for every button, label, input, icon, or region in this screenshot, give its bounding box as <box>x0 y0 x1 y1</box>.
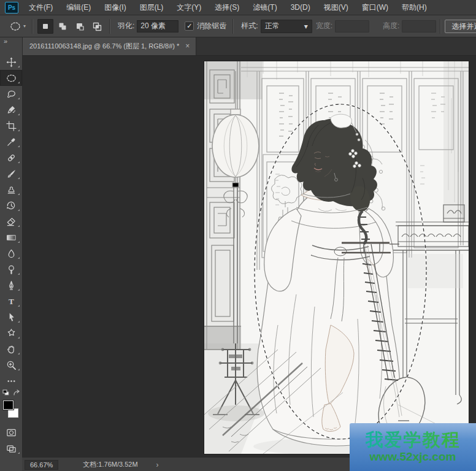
tool-path-selection[interactable] <box>0 309 22 325</box>
move-icon <box>6 57 17 67</box>
canvas-image <box>204 61 469 454</box>
antialias-label: 消除锯齿 <box>197 21 226 31</box>
spot-healing-brush-icon <box>6 153 17 163</box>
new-selection-icon <box>40 21 50 31</box>
intersect-selection-button[interactable] <box>89 19 105 34</box>
width-label: 宽度: <box>316 21 332 31</box>
zoom-magnifier-icon <box>6 360 17 370</box>
tool-eyedropper[interactable] <box>0 134 22 150</box>
tool-gradient[interactable] <box>0 229 22 245</box>
tool-spot-healing-brush[interactable] <box>0 150 22 166</box>
tool-elliptical-marquee[interactable] <box>0 70 22 86</box>
status-chevron-icon[interactable]: › <box>156 461 159 469</box>
eyedropper-icon <box>6 137 17 147</box>
divider <box>232 19 234 34</box>
chevron-down-icon: ▾ <box>23 23 26 29</box>
quick-mask-icon <box>6 427 17 438</box>
document-tab-title: 20161110063148.jpg @ 66.7% (图层 1, RGB/8#… <box>29 42 179 51</box>
tool-history-brush[interactable] <box>0 197 22 213</box>
tool-dodge[interactable] <box>0 261 22 277</box>
menu-image[interactable]: 图像(I) <box>98 0 132 15</box>
ellipsis-icon <box>6 376 17 386</box>
document-size-info: 文档:1.76M/3.52M <box>83 460 137 469</box>
crop-icon <box>6 121 17 131</box>
tool-zoom[interactable] <box>0 357 22 373</box>
svg-text:T: T <box>9 297 14 306</box>
new-selection-button[interactable] <box>37 19 53 34</box>
document-canvas[interactable] <box>204 61 469 454</box>
menu-select[interactable]: 选择(S) <box>208 0 246 15</box>
history-brush-icon <box>6 201 17 211</box>
tool-eraser[interactable] <box>0 213 22 229</box>
dodge-icon <box>6 264 17 275</box>
brush-icon <box>6 169 17 179</box>
menu-window[interactable]: 窗口(W) <box>355 0 395 15</box>
quick-selection-icon <box>6 105 17 115</box>
pen-icon <box>6 280 17 291</box>
feather-input[interactable] <box>137 20 178 33</box>
toolbar-collapse-icon[interactable]: » <box>0 37 22 47</box>
menu-type[interactable]: 文字(Y) <box>170 0 208 15</box>
tool-preset-picker[interactable]: ▾ <box>7 19 28 34</box>
swap-colors-icon[interactable] <box>14 390 19 395</box>
clone-stamp-icon <box>6 185 17 195</box>
divider <box>109 19 110 34</box>
menu-file[interactable]: 文件(F) <box>22 0 60 15</box>
subtract-from-selection-icon <box>75 21 85 31</box>
tool-hand[interactable] <box>0 341 22 357</box>
style-dropdown[interactable]: 正常 ▾ <box>261 20 312 33</box>
watermark-overlay: 我爱学教程 www.52xjc.com <box>350 423 476 471</box>
add-to-selection-button[interactable] <box>55 19 71 34</box>
document-tab[interactable]: 20161110063148.jpg @ 66.7% (图层 1, RGB/8#… <box>22 37 196 55</box>
gradient-icon <box>6 232 17 243</box>
zoom-level-field[interactable]: 66.67% <box>25 460 58 470</box>
menu-3d[interactable]: 3D(D) <box>284 0 317 15</box>
tool-custom-shape[interactable] <box>0 325 22 341</box>
elliptical-marquee-icon <box>6 73 17 83</box>
tab-close-icon[interactable]: × <box>185 42 190 50</box>
antialias-checkbox[interactable] <box>185 21 194 31</box>
divider <box>440 19 441 34</box>
height-label: 高度: <box>383 21 399 31</box>
intersect-selection-icon <box>92 21 102 31</box>
color-swatches <box>0 399 22 424</box>
tool-type[interactable]: T <box>0 293 22 309</box>
eraser-icon <box>6 216 17 227</box>
subtract-from-selection-button[interactable] <box>72 19 88 34</box>
edit-toolbar-ellipsis[interactable] <box>0 373 22 389</box>
photoshop-logo: Ps <box>5 2 18 13</box>
menu-view[interactable]: 视图(V) <box>317 0 355 15</box>
style-label: 样式: <box>241 21 258 31</box>
tool-clone-stamp[interactable] <box>0 182 22 197</box>
tool-brush[interactable] <box>0 166 22 182</box>
width-input[interactable] <box>335 20 369 33</box>
chevron-down-icon: ▾ <box>304 22 308 31</box>
type-icon: T <box>6 296 17 307</box>
custom-shape-icon <box>6 328 17 339</box>
select-and-mask-button[interactable]: 选择并遮住… <box>445 20 476 33</box>
tool-lasso[interactable] <box>0 86 22 102</box>
tool-move[interactable] <box>0 54 22 70</box>
menu-help[interactable]: 帮助(H) <box>395 0 434 15</box>
tool-pen[interactable] <box>0 277 22 293</box>
tool-blur[interactable] <box>0 245 22 261</box>
menu-layer[interactable]: 图层(L) <box>133 0 171 15</box>
screen-mode-button[interactable] <box>0 440 22 456</box>
tool-quick-selection[interactable] <box>0 102 22 118</box>
default-colors-icon[interactable] <box>3 390 9 395</box>
menu-edit[interactable]: 编辑(E) <box>60 0 98 15</box>
divider <box>32 19 33 34</box>
screen-mode-icon <box>6 443 17 454</box>
menu-bar: Ps 文件(F) 编辑(E) 图像(I) 图层(L) 文字(Y) 选择(S) 滤… <box>0 0 476 15</box>
quick-mask-button[interactable] <box>0 424 22 440</box>
menu-filter[interactable]: 滤镜(T) <box>246 0 283 15</box>
elliptical-marquee-icon <box>10 21 21 32</box>
options-bar: ▾ 羽化: 消除锯齿 样式: 正常 ▾ 宽度: 高度: <box>0 15 476 37</box>
background-color-swatch[interactable] <box>8 408 18 418</box>
tool-crop[interactable] <box>0 118 22 134</box>
blur-drop-icon <box>6 248 17 259</box>
path-selection-arrow-icon <box>6 312 17 323</box>
foreground-color-swatch[interactable] <box>3 400 13 410</box>
tool-panel: » <box>0 37 23 471</box>
height-input[interactable] <box>402 20 436 33</box>
